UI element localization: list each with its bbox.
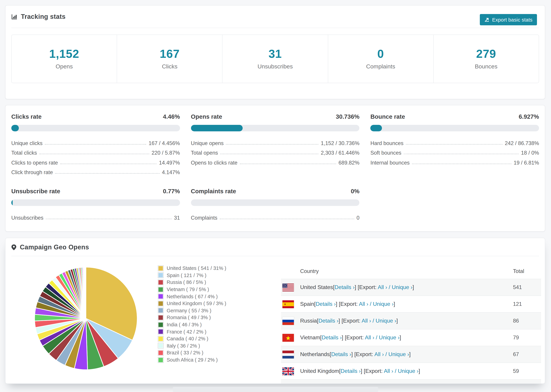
legend-swatch — [158, 287, 163, 292]
stat-box-bounces: 279 Bounces — [433, 35, 539, 83]
stat-row: Opens to clicks rate689.82% — [191, 156, 359, 166]
legend-item: India ( 46 / 3% ) — [158, 321, 226, 328]
es-flag-icon — [282, 300, 294, 308]
stat-row: Total opens2,303 / 61.446% — [191, 146, 359, 156]
legend-label: South Africa ( 29 / 2% ) — [167, 357, 218, 363]
opens-label: Opens — [12, 63, 117, 70]
stat-row: Complaints0 — [191, 211, 359, 221]
geo-export-unique-link[interactable]: Unique › — [379, 335, 400, 340]
country-total: 121 — [513, 301, 522, 307]
legend-item: South Africa ( 29 / 2% ) — [158, 356, 226, 363]
dotted-leader — [55, 173, 160, 174]
summary-stats-row: 1,152 Opens 167 Clicks 31 Unsubscribes 0… — [11, 35, 539, 83]
legend-swatch — [158, 322, 163, 327]
geo-export-all-link[interactable]: All › — [384, 368, 393, 374]
export-prefix: [Export: — [364, 368, 384, 374]
legend-label: India ( 46 / 3% ) — [167, 322, 202, 327]
geo-export-all-link[interactable]: All › — [359, 301, 368, 307]
slash[interactable]: / — [387, 284, 392, 290]
bracket: ] — [336, 301, 339, 307]
geo-export-all-link[interactable]: All › — [378, 284, 387, 290]
opens-rate-block: Opens rate 30.736% Unique opens1,152 / 3… — [191, 113, 359, 175]
opens-rate-value: 30.736% — [336, 113, 359, 120]
bounce-rate-block: Bounce rate 6.927% Hard bounces242 / 86.… — [370, 113, 539, 175]
geo-details-link[interactable]: Details › — [341, 368, 361, 374]
page-title: Tracking stats — [21, 13, 65, 21]
legend-swatch — [158, 343, 163, 348]
geo-export-all-link[interactable]: All › — [365, 335, 374, 340]
map-pin-icon — [11, 244, 16, 250]
legend-swatch — [158, 357, 163, 362]
export-prefix: [Export: — [342, 318, 361, 324]
slash[interactable]: / — [393, 368, 398, 374]
legend-label: Germany ( 55 / 3% ) — [167, 308, 211, 313]
unsubscribes-count: 31 — [223, 47, 328, 61]
geo-details-link[interactable]: Details › — [331, 351, 351, 357]
geo-export-all-link[interactable]: All › — [361, 318, 371, 324]
geo-export-unique-link[interactable]: Unique › — [398, 368, 418, 374]
export-button-label: Export basic stats — [492, 17, 532, 22]
dotted-leader — [60, 163, 156, 164]
vn-flag-icon — [282, 334, 294, 342]
rates-grid-spacer — [370, 188, 539, 221]
dotted-leader — [220, 154, 318, 154]
country-total: 541 — [513, 284, 522, 290]
slash[interactable]: / — [371, 318, 376, 324]
legend-item: Netherlands ( 67 / 4% ) — [158, 293, 226, 300]
country-links: [Details ›] [Export: All › / Unique ›] — [317, 318, 398, 324]
legend-label: Vietnam ( 79 / 5% ) — [167, 287, 209, 292]
stat-row: Total clicks220 / 5.87% — [11, 146, 180, 156]
legend-item: Canada ( 40 / 2% ) — [158, 335, 226, 342]
bracket: ] — [342, 335, 345, 340]
dotted-leader — [406, 144, 502, 145]
geo-export-unique-link[interactable]: Unique › — [376, 318, 396, 324]
slash[interactable]: / — [384, 351, 389, 357]
geo-export-all-link[interactable]: All › — [374, 351, 384, 357]
export-basic-stats-button[interactable]: Export basic stats — [480, 14, 537, 25]
slash[interactable]: / — [368, 301, 373, 307]
geo-table-row-es: Spain [Details ›] [Export: All › / Uniqu… — [281, 296, 541, 313]
geo-table-row-vn: Vietnam [Details ›] [Export: All › / Uni… — [281, 329, 541, 346]
country-name: Vietnam — [300, 335, 320, 341]
pie-slice-other[interactable] — [86, 267, 86, 318]
geo-details-link[interactable]: Details › — [318, 318, 339, 324]
bracket: ] — [396, 318, 398, 324]
dotted-leader — [412, 163, 511, 164]
tracking-stats-panel: Tracking stats Export basic stats 1,152 … — [5, 5, 545, 99]
bracket: ] — [361, 368, 364, 374]
geo-details-link[interactable]: Details › — [316, 301, 336, 307]
legend-swatch — [158, 266, 163, 271]
country-links: [Details ›] [Export: All › / Unique ›] — [333, 284, 414, 290]
bounces-count: 279 — [434, 47, 539, 61]
export-prefix: [Export: — [345, 335, 365, 340]
export-prefix: [Export: — [358, 284, 378, 290]
geo-details-link[interactable]: Details › — [335, 284, 354, 290]
geo-table-body: United States [Details ›] [Export: All ›… — [281, 279, 541, 384]
dotted-leader — [240, 163, 336, 164]
country-total: 67 — [513, 351, 519, 357]
bounce-rate-value: 6.927% — [519, 113, 539, 120]
bottom-scrollbar[interactable] — [173, 387, 378, 392]
geo-pie-chart[interactable] — [34, 266, 138, 371]
stat-row: Soft bounces18 / 0% — [370, 146, 539, 156]
legend-swatch — [158, 294, 163, 299]
tracking-stats-header: Tracking stats Export basic stats — [6, 6, 545, 28]
legend-item: Spain ( 121 / 7% ) — [158, 272, 226, 279]
export-prefix: [Export: — [339, 301, 359, 307]
clicks-rate-block: Clicks rate 4.46% Unique clicks167 / 4.4… — [11, 113, 180, 175]
geo-export-unique-link[interactable]: Unique › — [392, 284, 412, 290]
legend-item: Brazil ( 33 / 2% ) — [158, 349, 226, 356]
stat-row: Internal bounces19 / 6.81% — [370, 156, 539, 166]
geo-export-unique-link[interactable]: Unique › — [373, 301, 394, 307]
complaints-label: Complaints — [328, 63, 433, 70]
geo-details-link[interactable]: Details › — [322, 335, 342, 340]
country-name: Russia — [300, 318, 317, 324]
nl-flag-icon — [282, 350, 294, 358]
complaints-rate-value: 0% — [351, 188, 360, 195]
stat-box-complaints: 0 Complaints — [328, 35, 433, 83]
dotted-leader — [39, 154, 149, 154]
geo-export-unique-link[interactable]: Unique › — [389, 351, 409, 357]
complaints-count: 0 — [328, 47, 433, 61]
slash[interactable]: / — [374, 335, 379, 340]
bar-chart-icon — [11, 14, 17, 20]
